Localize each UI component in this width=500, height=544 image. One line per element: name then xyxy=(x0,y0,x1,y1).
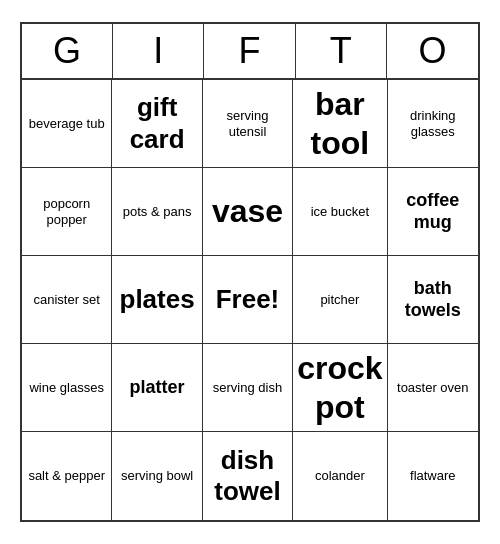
cell-text-20: salt & pepper xyxy=(28,468,105,484)
bingo-cell-14: bath towels xyxy=(388,256,478,344)
bingo-cell-2: serving utensil xyxy=(203,80,293,168)
bingo-cell-17: serving dish xyxy=(203,344,293,432)
header-cell-t: T xyxy=(296,24,387,78)
bingo-header: GIFTO xyxy=(22,24,478,80)
header-cell-i: I xyxy=(113,24,204,78)
cell-text-11: plates xyxy=(120,284,195,315)
bingo-cell-19: toaster oven xyxy=(388,344,478,432)
cell-text-0: beverage tub xyxy=(29,116,105,132)
cell-text-19: toaster oven xyxy=(397,380,469,396)
cell-text-6: pots & pans xyxy=(123,204,192,220)
cell-text-24: flatware xyxy=(410,468,456,484)
header-cell-g: G xyxy=(22,24,113,78)
bingo-cell-8: ice bucket xyxy=(293,168,387,256)
header-cell-o: O xyxy=(387,24,478,78)
bingo-cell-1: gift card xyxy=(112,80,202,168)
bingo-cell-18: crock pot xyxy=(293,344,387,432)
bingo-cell-4: drinking glasses xyxy=(388,80,478,168)
cell-text-2: serving utensil xyxy=(207,108,288,139)
cell-text-5: popcorn popper xyxy=(26,196,107,227)
bingo-card: GIFTO beverage tubgift cardserving utens… xyxy=(20,22,480,522)
cell-text-7: vase xyxy=(212,192,283,230)
bingo-cell-12: Free! xyxy=(203,256,293,344)
bingo-cell-15: wine glasses xyxy=(22,344,112,432)
bingo-cell-10: canister set xyxy=(22,256,112,344)
bingo-cell-20: salt & pepper xyxy=(22,432,112,520)
bingo-cell-5: popcorn popper xyxy=(22,168,112,256)
bingo-cell-24: flatware xyxy=(388,432,478,520)
cell-text-12: Free! xyxy=(216,284,280,315)
cell-text-22: dish towel xyxy=(207,445,288,507)
cell-text-8: ice bucket xyxy=(311,204,370,220)
cell-text-17: serving dish xyxy=(213,380,282,396)
bingo-grid: beverage tubgift cardserving utensilbar … xyxy=(22,80,478,520)
bingo-cell-13: pitcher xyxy=(293,256,387,344)
bingo-cell-11: plates xyxy=(112,256,202,344)
cell-text-23: colander xyxy=(315,468,365,484)
bingo-cell-7: vase xyxy=(203,168,293,256)
cell-text-21: serving bowl xyxy=(121,468,193,484)
bingo-cell-21: serving bowl xyxy=(112,432,202,520)
bingo-cell-23: colander xyxy=(293,432,387,520)
bingo-cell-16: platter xyxy=(112,344,202,432)
cell-text-1: gift card xyxy=(116,92,197,154)
cell-text-18: crock pot xyxy=(297,349,382,426)
cell-text-14: bath towels xyxy=(392,278,474,321)
bingo-cell-0: beverage tub xyxy=(22,80,112,168)
bingo-cell-6: pots & pans xyxy=(112,168,202,256)
cell-text-4: drinking glasses xyxy=(392,108,474,139)
header-cell-f: F xyxy=(204,24,295,78)
cell-text-13: pitcher xyxy=(320,292,359,308)
cell-text-3: bar tool xyxy=(297,85,382,162)
cell-text-9: coffee mug xyxy=(392,190,474,233)
bingo-cell-9: coffee mug xyxy=(388,168,478,256)
cell-text-16: platter xyxy=(130,377,185,399)
cell-text-15: wine glasses xyxy=(29,380,103,396)
cell-text-10: canister set xyxy=(33,292,99,308)
bingo-cell-22: dish towel xyxy=(203,432,293,520)
bingo-cell-3: bar tool xyxy=(293,80,387,168)
